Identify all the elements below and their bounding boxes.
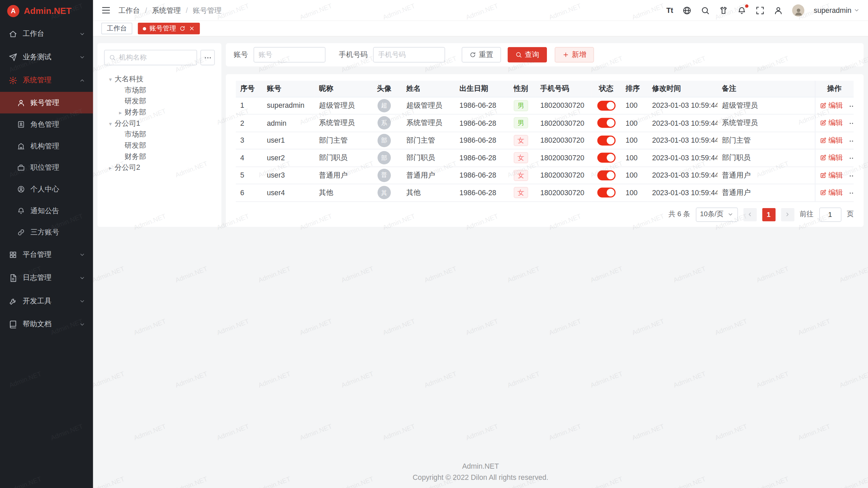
prev-page-button[interactable]	[743, 208, 756, 221]
sidebar-item-business-test[interactable]: 业务测试	[0, 45, 93, 69]
tree-node[interactable]: 财务部	[104, 151, 215, 162]
sidebar-item-personal-center[interactable]: 个人中心	[0, 178, 93, 200]
tab-refresh-icon[interactable]	[179, 25, 185, 32]
status-toggle[interactable]	[597, 118, 615, 128]
cell-modified: 2023-01-03 10:59:44	[648, 97, 717, 114]
search-button[interactable]: 查询	[508, 47, 547, 63]
next-page-button[interactable]	[781, 208, 794, 221]
edit-button[interactable]: 编辑	[820, 188, 843, 198]
tree-node[interactable]: 研发部	[104, 96, 215, 107]
profile-icon[interactable]	[774, 6, 783, 15]
caret-expanded-icon[interactable]: ▾	[106, 76, 114, 82]
tree-node[interactable]: ▾ 大名科技	[104, 74, 215, 85]
edit-button[interactable]: 编辑	[820, 118, 843, 128]
cell-nickname: 其他	[314, 184, 366, 201]
user-menu[interactable]: superadmin	[814, 6, 860, 14]
sidebar-item-account-mgmt[interactable]: 账号管理	[0, 92, 93, 114]
avatar[interactable]	[792, 4, 804, 16]
sidebar-item-help-docs[interactable]: 帮助文档	[0, 312, 93, 336]
topbar: 工作台/系统管理/账号管理 Tt superadmin	[93, 0, 868, 21]
edit-button[interactable]: 编辑	[820, 101, 843, 110]
sidebar-item-log-mgmt[interactable]: 日志管理	[0, 266, 93, 289]
cell-index: 4	[236, 149, 262, 166]
edit-button[interactable]: 编辑	[820, 136, 843, 145]
notification-bell-icon[interactable]	[737, 6, 746, 15]
status-toggle[interactable]	[597, 188, 615, 198]
grid-icon	[9, 250, 17, 259]
more-actions-button[interactable]	[848, 172, 854, 180]
menu-collapse-icon[interactable]	[101, 5, 111, 15]
org-more-button[interactable]	[200, 50, 215, 65]
account-input-field[interactable]	[258, 51, 320, 59]
chevron-down-icon	[79, 31, 85, 37]
add-button[interactable]: 新增	[555, 47, 594, 63]
caret-collapsed-icon[interactable]: ▸	[106, 165, 114, 171]
page-size-select[interactable]: 10条/页	[695, 207, 737, 221]
status-toggle[interactable]	[597, 153, 615, 163]
sidebar-item-workbench[interactable]: 工作台	[0, 22, 93, 45]
cell-actions: 编辑	[815, 114, 853, 131]
cell-status	[591, 184, 621, 201]
breadcrumb-item[interactable]: 工作台	[118, 5, 140, 15]
sidebar-item-system-mgmt[interactable]: 系统管理	[0, 68, 93, 92]
gender-badge: 女	[514, 170, 528, 181]
search-icon[interactable]	[701, 6, 710, 15]
goto-page-input[interactable]	[819, 207, 841, 221]
cell-status	[591, 166, 621, 184]
toggle-knob	[607, 102, 614, 109]
font-size-icon[interactable]: Tt	[666, 6, 673, 15]
tree-node[interactable]: 研发部	[104, 140, 215, 151]
org-search-field[interactable]	[119, 54, 192, 61]
column-header: 性别	[506, 81, 536, 97]
column-header: 昵称	[314, 81, 366, 97]
page-number-button[interactable]: 1	[762, 208, 775, 221]
sidebar-item-third-party-account[interactable]: 三方账号	[0, 221, 93, 243]
more-actions-button[interactable]	[848, 155, 854, 162]
org-search-input[interactable]	[104, 50, 197, 65]
status-toggle[interactable]	[597, 101, 615, 110]
cell-nickname: 部门职员	[314, 149, 366, 166]
caret-expanded-icon[interactable]: ▾	[106, 120, 114, 126]
avatar: 系	[377, 116, 391, 129]
account-input[interactable]	[254, 47, 326, 63]
reset-button[interactable]: 重置	[462, 47, 501, 63]
tree-node[interactable]: ▾ 分公司1	[104, 118, 215, 129]
tab-account-mgmt[interactable]: 账号管理	[138, 23, 200, 34]
logo[interactable]: A Admin.NET	[0, 0, 93, 22]
theme-icon[interactable]	[719, 6, 728, 15]
more-actions-button[interactable]	[848, 120, 854, 127]
column-header: 操作	[815, 81, 853, 97]
tree-node[interactable]: ▸ 分公司2	[104, 162, 215, 173]
cell-modified: 2023-01-03 10:59:44	[648, 114, 717, 131]
edit-button[interactable]: 编辑	[820, 153, 843, 163]
tab-workbench[interactable]: 工作台	[101, 23, 132, 34]
more-actions-button[interactable]	[848, 189, 854, 197]
language-icon[interactable]	[683, 6, 691, 15]
status-toggle[interactable]	[597, 136, 615, 145]
sidebar-item-post-mgmt[interactable]: 职位管理	[0, 157, 93, 178]
phone-input[interactable]	[373, 47, 445, 63]
sidebar-item-dev-tools[interactable]: 开发工具	[0, 289, 93, 313]
status-toggle[interactable]	[597, 170, 615, 180]
sidebar-item-platform-mgmt[interactable]: 平台管理	[0, 243, 93, 266]
cell-gender: 女	[506, 184, 536, 201]
phone-input-field[interactable]	[378, 51, 440, 59]
column-header: 排序	[621, 81, 648, 97]
sidebar-item-role-mgmt[interactable]: 角色管理	[0, 114, 93, 135]
tree-node[interactable]: 市场部	[104, 129, 215, 140]
more-actions-button[interactable]	[848, 137, 854, 145]
breadcrumb-item[interactable]: 账号管理	[193, 5, 222, 15]
user-avatar-icon	[794, 7, 803, 16]
sidebar-item-notice[interactable]: 通知公告	[0, 200, 93, 221]
caret-collapsed-icon[interactable]: ▸	[116, 109, 124, 115]
sidebar-item-org-mgmt[interactable]: 机构管理	[0, 135, 93, 157]
edit-button[interactable]: 编辑	[820, 170, 843, 180]
tabbar: 工作台 账号管理	[93, 21, 868, 37]
fullscreen-icon[interactable]	[756, 6, 765, 15]
tree-node[interactable]: ▸ 财务部	[104, 107, 215, 118]
more-actions-button[interactable]	[848, 102, 854, 110]
breadcrumb-item[interactable]: 系统管理	[152, 5, 181, 15]
tree-node[interactable]: 市场部	[104, 85, 215, 96]
tab-close-icon[interactable]	[189, 25, 195, 32]
cell-phone: 18020030720	[536, 97, 591, 114]
